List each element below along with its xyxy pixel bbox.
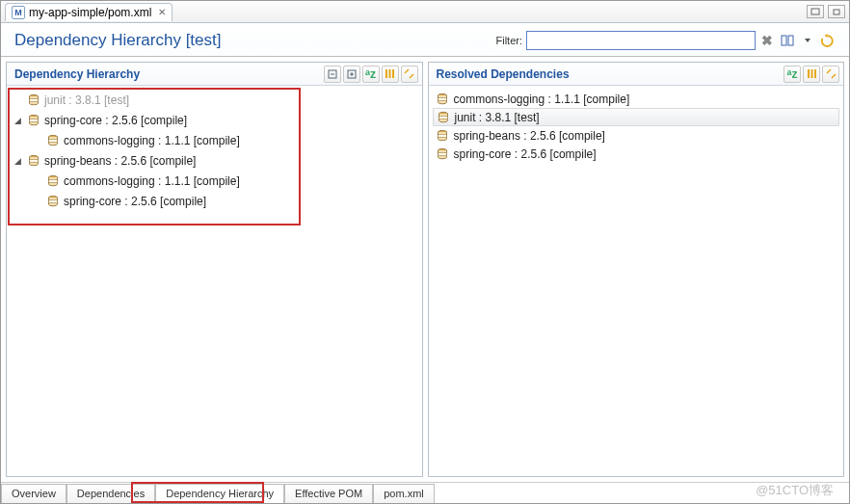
jar-icon [436,93,449,106]
jar-icon [27,154,40,168]
svg-rect-15 [810,69,812,78]
tree-node-label: spring-beans : 2.5.6 [compile] [44,154,196,168]
jar-icon [46,195,60,208]
tree-node[interactable]: ◢spring-beans : 2.5.6 [compile] [11,150,418,171]
page-title: Dependency Hierarchy [test] [14,31,222,50]
jar-icon [436,147,449,161]
maximize-button[interactable] [828,5,845,18]
tree-node-label: commons-logging : 1.1.1 [compile] [64,174,240,188]
bottom-tab[interactable]: pom.xml [373,484,435,503]
filter-input[interactable] [526,31,756,50]
svg-rect-2 [811,9,819,14]
clear-filter-icon[interactable]: ✖ [759,33,775,48]
expand-toggle-icon[interactable]: ◢ [13,115,23,125]
resolved-list[interactable]: commons-logging : 1.1.1 [compile]junit :… [433,90,840,163]
editor-bottom-tabs: OverviewDependenciesDependency Hierarchy… [1,482,849,503]
filter-bars-icon[interactable] [382,66,399,83]
tree-node[interactable]: ◢junit : 3.8.1 [test] [11,90,418,110]
tree-node[interactable]: ◢commons-logging : 1.1.1 [compile] [30,171,418,191]
editor-tab[interactable]: M my-app-simple/pom.xml ✕ [5,3,173,21]
maven-file-icon: M [12,6,25,19]
sort-icon[interactable]: az [784,66,801,83]
svg-rect-3 [834,10,839,14]
list-item-label: spring-core : 2.5.6 [compile] [454,147,597,161]
list-item[interactable]: spring-core : 2.5.6 [compile] [433,145,840,163]
tree-node-label: spring-core : 2.5.6 [compile] [44,114,187,127]
jar-icon [437,111,450,124]
svg-rect-16 [814,69,816,78]
tree-node[interactable]: ◢commons-logging : 1.1.1 [compile] [30,130,418,150]
dropdown-icon[interactable] [799,33,815,49]
jar-icon [27,114,40,127]
filter-area: Filter: ✖ [496,31,837,50]
scope-toggle-icon[interactable] [779,33,795,49]
jar-icon [27,93,40,107]
list-item[interactable]: junit : 3.8.1 [test] [433,108,840,126]
svg-rect-5 [788,36,793,45]
refresh-icon[interactable] [819,33,836,49]
watermark: @51CTO博客 [756,482,834,499]
editor-header-controls [807,5,849,18]
expand-toggle-icon[interactable]: ◢ [13,155,23,166]
bottom-tab[interactable]: Dependencies [66,484,155,503]
tree-node[interactable]: ◢spring-core : 2.5.6 [compile] [11,110,418,130]
svg-rect-13 [392,69,394,78]
bottom-tab[interactable]: Effective POM [284,484,373,503]
left-panel-title: Dependency Hierarchy [14,67,140,81]
list-item-label: spring-beans : 2.5.6 [compile] [454,129,605,143]
jar-icon [46,134,60,147]
link-icon[interactable] [822,66,839,83]
link-icon[interactable] [401,66,418,83]
resolved-dependencies-panel: Resolved Dependencies az commons-logging… [428,62,845,477]
tree-node[interactable]: ◢spring-core : 2.5.6 [compile] [30,191,418,211]
jar-icon [436,129,449,143]
minimize-button[interactable] [807,5,824,18]
editor-tab-label: my-app-simple/pom.xml [29,6,151,19]
bottom-tab[interactable]: Overview [1,484,66,503]
collapse-all-icon[interactable] [324,66,341,83]
svg-rect-4 [782,36,786,45]
list-item-label: commons-logging : 1.1.1 [compile] [454,93,630,106]
jar-icon [46,174,60,188]
expand-all-icon[interactable] [343,66,360,83]
tree-node-label: junit : 3.8.1 [test] [44,93,129,107]
list-item[interactable]: commons-logging : 1.1.1 [compile] [433,90,840,108]
dependency-hierarchy-panel: Dependency Hierarchy az ◢junit : 3.8.1 [… [6,62,423,477]
tree-node-label: commons-logging : 1.1.1 [compile] [64,134,240,147]
svg-rect-14 [808,69,810,78]
filter-bars-icon[interactable] [803,66,820,83]
dependency-tree[interactable]: ◢junit : 3.8.1 [test]◢spring-core : 2.5.… [11,90,418,211]
content-area: Dependency Hierarchy az ◢junit : 3.8.1 [… [1,57,849,482]
right-panel-title: Resolved Dependencies [437,67,570,81]
filter-label: Filter: [496,35,523,46]
svg-rect-11 [385,69,387,78]
svg-rect-12 [389,69,391,78]
list-item[interactable]: spring-beans : 2.5.6 [compile] [433,126,840,145]
tree-node-label: spring-core : 2.5.6 [compile] [64,195,206,208]
list-item-label: junit : 3.8.1 [test] [455,111,540,124]
editor-tab-bar: M my-app-simple/pom.xml ✕ [1,1,849,23]
bottom-tab[interactable]: Dependency Hierarchy [155,484,284,503]
sort-icon[interactable]: az [362,66,380,83]
page-title-section: Dependency Hierarchy [test] Filter: ✖ [1,23,849,57]
close-tab-icon[interactable]: ✕ [155,7,166,17]
